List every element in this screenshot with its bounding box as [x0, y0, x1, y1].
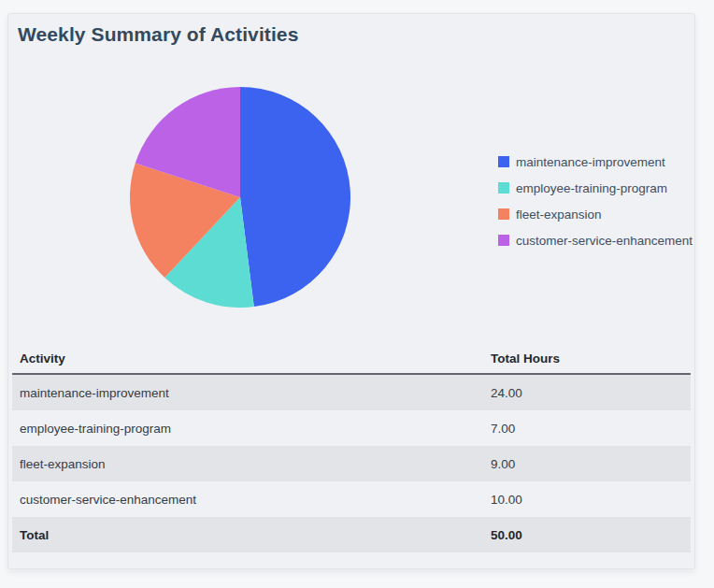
legend-item[interactable]: employee-training-program	[498, 175, 693, 201]
hours-cell: 7.00	[483, 410, 691, 446]
legend-swatch-icon	[498, 208, 509, 220]
total-hours: 50.00	[483, 517, 691, 552]
hours-cell: 10.00	[483, 481, 691, 517]
card-title: Weekly Summary of Activities	[18, 23, 298, 46]
legend-label: employee-training-program	[516, 181, 667, 195]
column-header-activity: Activity	[12, 343, 483, 374]
legend-label: maintenance-improvement	[516, 155, 665, 169]
activity-cell: fleet-expansion	[12, 446, 483, 481]
hours-cell: 24.00	[483, 374, 691, 410]
activity-table: Activity Total Hours maintenance-improve…	[12, 343, 691, 552]
table-row: fleet-expansion9.00	[12, 446, 691, 481]
legend-swatch-icon	[498, 182, 509, 194]
hours-cell: 9.00	[483, 446, 691, 481]
pie-slice-maintenance-improvement	[240, 87, 350, 307]
table-header-row: Activity Total Hours	[12, 343, 691, 374]
activity-table-wrap: Activity Total Hours maintenance-improve…	[12, 343, 691, 552]
legend-label: customer-service-enhancement	[516, 234, 693, 248]
legend-item[interactable]: customer-service-enhancement	[498, 227, 693, 253]
activity-cell: maintenance-improvement	[12, 374, 483, 410]
table-total-row: Total 50.00	[12, 517, 691, 552]
activity-cell: customer-service-enhancement	[12, 481, 483, 517]
legend-swatch-icon	[498, 235, 509, 246]
pie-chart	[130, 87, 350, 308]
activity-cell: employee-training-program	[12, 410, 483, 446]
total-label: Total	[12, 517, 483, 552]
legend-item[interactable]: maintenance-improvement	[498, 149, 693, 175]
table-row: customer-service-enhancement10.00	[12, 481, 691, 517]
column-header-total-hours: Total Hours	[483, 343, 691, 374]
weekly-summary-card: Weekly Summary of Activities maintenance…	[7, 13, 695, 569]
legend-item[interactable]: fleet-expansion	[498, 201, 693, 227]
table-row: maintenance-improvement24.00	[12, 374, 691, 410]
chart-legend: maintenance-improvementemployee-training…	[498, 149, 693, 253]
legend-swatch-icon	[498, 156, 509, 167]
legend-label: fleet-expansion	[516, 208, 602, 222]
table-row: employee-training-program7.00	[12, 410, 691, 446]
